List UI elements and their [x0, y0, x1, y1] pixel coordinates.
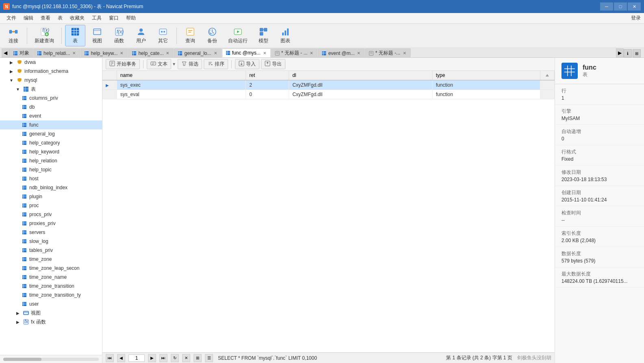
nav-stop-button[interactable]: ✕ — [182, 354, 190, 362]
sidebar-item-tables-priv[interactable]: tables_priv — [0, 246, 102, 255]
table-row[interactable]: sys_eval 0 CxyZMFgd.dll function — [102, 90, 555, 99]
sidebar-item-slow-log[interactable]: slow_log — [0, 237, 102, 246]
menu-edit[interactable]: 编辑 — [20, 14, 37, 22]
table-wrapper[interactable]: name ret dl type — [102, 71, 555, 352]
nav-form-button[interactable]: ☰ — [205, 354, 213, 362]
menu-table[interactable]: 表 — [54, 14, 66, 22]
export-button[interactable]: 导出 — [261, 59, 285, 69]
close-button[interactable]: ✕ — [628, 2, 641, 11]
menu-favorites[interactable]: 收藏夹 — [67, 14, 88, 22]
login-link[interactable]: 登录 — [631, 15, 641, 22]
sidebar-item-help-topic[interactable]: help_topic — [0, 165, 102, 174]
tab-help-category[interactable]: help_cate... ✕ — [128, 48, 174, 57]
tab-general-log-close[interactable]: ✕ — [213, 51, 218, 55]
menu-view[interactable]: 查看 — [37, 14, 54, 22]
nav-last-button[interactable]: ⏭ — [159, 354, 168, 362]
sidebar-item-host[interactable]: host — [0, 174, 102, 183]
tab-func-close[interactable]: ✕ — [262, 51, 267, 55]
maximize-button[interactable]: □ — [614, 2, 627, 11]
tab-help-keyword-close[interactable]: ✕ — [119, 51, 124, 55]
sidebar-item-time-zone-leap[interactable]: time_zone_leap_secon — [0, 264, 102, 273]
toolbar-table[interactable]: 表 — [65, 25, 85, 46]
sidebar-item-proc[interactable]: proc — [0, 201, 102, 210]
table-cell-name-2[interactable]: sys_eval — [117, 90, 246, 99]
tab-help-keyword[interactable]: help_keyw... ✕ — [80, 48, 128, 57]
tab-untitled1[interactable]: * 无标题 - ... ✕ — [271, 48, 318, 57]
sidebar-item-proxies-priv[interactable]: proxies_priv — [0, 219, 102, 228]
menu-tools[interactable]: 工具 — [89, 14, 105, 22]
sidebar-item-general-log[interactable]: general_log — [0, 129, 102, 138]
table-cell-ret-2[interactable]: 0 — [246, 90, 289, 99]
sidebar-item-servers[interactable]: servers — [0, 228, 102, 237]
sidebar-item-time-zone-transition[interactable]: time_zone_transition — [0, 282, 102, 291]
toolbar-autorun[interactable]: 自动运行 — [224, 25, 252, 46]
toolbar-query[interactable]: 查询 — [180, 25, 200, 46]
sidebar-item-information-schema[interactable]: ▶ information_schema — [0, 67, 102, 76]
tab-event[interactable]: event @m... ✕ — [318, 48, 365, 57]
sidebar-item-tables-group[interactable]: ▼ 表 — [0, 85, 102, 94]
text-button[interactable]: 文本 — [147, 59, 171, 69]
sidebar-item-columns-priv[interactable]: columns_priv — [0, 94, 102, 103]
sidebar-item-ndb-binlog-index[interactable]: ndb_binlog_index — [0, 183, 102, 192]
table-cell-dl-1[interactable]: CxyZMFgd.dll — [289, 80, 433, 90]
sidebar-item-dvwa[interactable]: ▶ dvwa — [0, 58, 102, 67]
nav-next-button[interactable]: ▶ — [148, 354, 156, 362]
table-cell-type-2[interactable]: function — [433, 90, 540, 99]
filter-button[interactable]: 筛选 — [178, 59, 202, 69]
text-dropdown-arrow[interactable]: ▼ — [172, 62, 176, 66]
nav-first-button[interactable]: ⏮ — [106, 354, 114, 362]
begin-transaction-button[interactable]: 开始事务 — [106, 59, 140, 69]
tab-untitled2-close[interactable]: ✕ — [402, 51, 407, 55]
page-input[interactable] — [128, 354, 145, 362]
toolbar-new-query[interactable]: f(x) 新建查询 — [30, 25, 58, 46]
menu-help[interactable]: 帮助 — [123, 14, 139, 22]
sidebar-item-time-zone[interactable]: time_zone — [0, 255, 102, 264]
grid-view-icon[interactable]: ⊞ — [633, 49, 641, 57]
sidebar-item-db[interactable]: db — [0, 103, 102, 112]
tab-event-close[interactable]: ✕ — [356, 51, 361, 55]
sidebar-item-help-relation[interactable]: help_relation — [0, 156, 102, 165]
sidebar-item-event[interactable]: event — [0, 112, 102, 120]
toolbar-model[interactable]: 模型 — [253, 25, 274, 46]
tab-help-relation[interactable]: help_relati... ✕ — [33, 48, 80, 57]
sidebar-item-functions-group[interactable]: ▶ fx fx 函数 — [0, 317, 102, 326]
sidebar-scroll[interactable]: ▶ dvwa ▶ information_schema ▼ — [0, 58, 102, 355]
sidebar-item-user[interactable]: user — [0, 300, 102, 308]
tab-untitled2[interactable]: * 无标题 -... ✕ — [365, 48, 410, 57]
sort-button[interactable]: 排序 — [204, 59, 228, 69]
table-header-ret[interactable]: ret — [246, 71, 289, 80]
toolbar-view[interactable]: 视图 — [87, 25, 107, 46]
toolbar-backup[interactable]: 备份 — [202, 25, 222, 46]
sidebar-item-func[interactable]: func — [0, 120, 102, 129]
menu-file[interactable]: 文件 — [3, 14, 20, 22]
sidebar-item-views-group[interactable]: ▶ 视图 — [0, 308, 102, 317]
toolbar-connect[interactable]: 连接 — [3, 25, 24, 46]
tab-help-category-close[interactable]: ✕ — [165, 51, 170, 55]
tab-help-relation-close[interactable]: ✕ — [72, 51, 76, 55]
import-button[interactable]: 导入 — [235, 59, 259, 69]
nav-refresh-button[interactable]: ↻ — [171, 354, 179, 362]
toolbar-user[interactable]: 用户 — [131, 25, 151, 46]
table-cell-ret-1[interactable]: 2 — [246, 80, 289, 90]
table-cell-type-1[interactable]: function — [433, 80, 540, 90]
menu-window[interactable]: 窗口 — [106, 14, 122, 22]
table-cell-dl-2[interactable]: CxyZMFgd.dll — [289, 90, 433, 99]
sidebar-item-help-keyword[interactable]: help_keyword — [0, 147, 102, 156]
nav-prev-button[interactable]: ◀ — [117, 354, 125, 362]
tab-object[interactable]: 对象 — [9, 48, 33, 57]
tab-func[interactable]: func @mys... ✕ — [222, 48, 271, 57]
tab-scroll-right[interactable]: ▶ — [616, 48, 624, 57]
table-header-name[interactable]: name — [117, 71, 246, 80]
nav-grid-button[interactable]: ⊞ — [194, 354, 202, 362]
table-header-dl[interactable]: dl — [289, 71, 433, 80]
table-row[interactable]: ▶ sys_exec 2 CxyZMFgd.dll function — [102, 80, 555, 90]
sidebar-item-time-zone-transition-ty[interactable]: time_zone_transition_ty — [0, 291, 102, 300]
minimize-button[interactable]: ─ — [600, 2, 613, 11]
tab-untitled1-close[interactable]: ✕ — [309, 51, 314, 55]
sidebar-item-time-zone-name[interactable]: time_zone_name — [0, 273, 102, 282]
toolbar-function[interactable]: f(x) 函数 — [109, 25, 129, 46]
info-icon[interactable]: ℹ — [624, 49, 632, 57]
tab-scroll-left[interactable]: ◀ — [2, 48, 9, 57]
sidebar-item-plugin[interactable]: plugin — [0, 192, 102, 201]
toolbar-chart[interactable]: 图表 — [275, 25, 296, 46]
